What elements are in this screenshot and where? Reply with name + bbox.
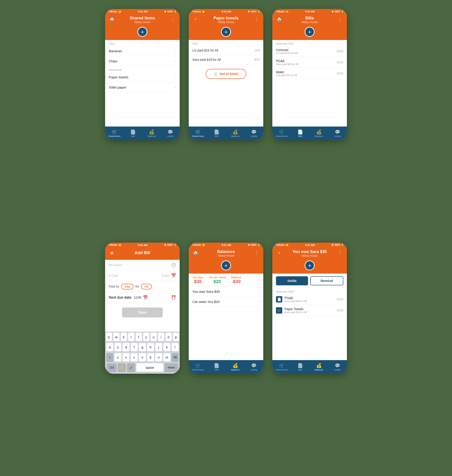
key-space[interactable]: space	[136, 363, 163, 372]
key-y[interactable]: y	[143, 333, 149, 341]
pge-detail-item[interactable]: 📄 PG&E Sara paid $60 for All 11/23	[272, 294, 347, 305]
paper-towels-item[interactable]: Paper towels ›	[105, 72, 180, 82]
paid-by-you-pill[interactable]: You	[121, 284, 134, 289]
balance-tab[interactable]: Balance -$30	[231, 276, 241, 284]
cat-owes-item[interactable]: Cat owes You $20 ›	[189, 297, 263, 307]
cost-field[interactable]: $ Cost Today 📅	[105, 271, 180, 281]
nav-bills-2[interactable]: 📄 Bills	[207, 129, 226, 137]
nav-activity-2[interactable]: 💬 Activity	[245, 129, 264, 137]
home-icon-1[interactable]: 🏠	[109, 16, 115, 22]
key-x[interactable]: x	[122, 353, 129, 362]
status-bar-6: T-Mobile 📶 9:41 AM ✱ 100% 🔋	[272, 243, 347, 248]
key-l[interactable]: l	[172, 343, 179, 351]
nav-bills-3[interactable]: 📄 Bills	[291, 129, 310, 137]
home-icon-3[interactable]: 🏠	[276, 16, 282, 22]
due-date-field[interactable]: Next due date: 12/30 📅 ⏰	[105, 292, 180, 303]
nav-activity-3[interactable]: 💬 Activity	[328, 129, 347, 137]
nav-balances-6[interactable]: 💰 Balances	[310, 363, 328, 371]
key-k[interactable]: k	[163, 343, 170, 351]
key-e[interactable]: e	[121, 333, 127, 341]
you-are-owed-tab[interactable]: You are Owed $20	[209, 276, 226, 284]
add-button-3[interactable]: +	[305, 27, 315, 37]
nav-activity-6[interactable]: 💬 Activity	[328, 363, 347, 371]
nav-shared-items-2[interactable]: 🛒 Shared Items	[189, 129, 207, 137]
toilet-paper-item[interactable]: Toilet paper ›	[105, 82, 180, 93]
bill-name-field[interactable]: Bill Name 🕐	[105, 260, 180, 271]
nav-balances-2[interactable]: 💰 Balances	[226, 129, 245, 137]
key-s[interactable]: s	[114, 343, 121, 351]
nav-balances-1[interactable]: 💰 Balances	[142, 129, 161, 137]
save-button[interactable]: Save	[122, 307, 163, 317]
remind-button[interactable]: Remind	[310, 276, 343, 285]
nav-activity-5[interactable]: 💬 Activity	[245, 363, 264, 371]
more-icon-6[interactable]: ⋮	[337, 249, 343, 255]
key-u[interactable]: u	[151, 333, 157, 341]
key-d[interactable]: d	[122, 343, 129, 351]
nav-activity-1[interactable]: 💬 Activity	[161, 129, 180, 137]
key-c[interactable]: c	[131, 353, 138, 362]
close-icon-4[interactable]: ✕	[109, 250, 115, 256]
history-icon: 🕐	[171, 263, 176, 267]
more-icon-2[interactable]: ⋮	[253, 16, 260, 22]
nav-shared-items-1[interactable]: 🛒 Shared Items	[105, 129, 124, 137]
key-t[interactable]: t	[136, 333, 142, 341]
key-m[interactable]: m	[163, 353, 170, 362]
you-owe-sara-item[interactable]: You owe Sara $30 ›	[189, 287, 263, 297]
key-q[interactable]: q	[106, 333, 112, 341]
add-button-1[interactable]: +	[137, 27, 147, 37]
battery-icon-3: 🔋	[341, 10, 344, 13]
nav-cart-icon-3: 🛒	[279, 129, 285, 135]
key-p[interactable]: p	[173, 333, 179, 341]
key-a[interactable]: a	[106, 343, 113, 351]
nav-shared-items-6[interactable]: 🛒 Shared Items	[272, 363, 291, 371]
nav-bills-6[interactable]: 📄 Bills	[291, 363, 310, 371]
key-o[interactable]: o	[166, 333, 172, 341]
bananas-item[interactable]: Bananas ›	[105, 46, 180, 56]
more-icon-5[interactable]: ⋮	[253, 249, 260, 255]
key-w[interactable]: w	[113, 333, 120, 341]
settle-button[interactable]: Settle	[276, 276, 308, 285]
key-123[interactable]: 123	[107, 363, 117, 372]
more-icon-3[interactable]: ⋮	[337, 16, 343, 22]
you-owe-tab[interactable]: You Owe $30	[192, 276, 203, 284]
key-mic[interactable]: 🎤	[127, 363, 135, 372]
nav-shared-items-3[interactable]: 🛒 Shared Items	[272, 129, 291, 137]
key-r[interactable]: r	[128, 333, 134, 341]
nav-bills-icon-6: 📄	[297, 363, 303, 368]
paper-towels-detail-item[interactable]: 🛒 Paper Towels Sara paid $19 for All 11/…	[272, 305, 347, 316]
key-b[interactable]: b	[147, 353, 154, 362]
out-of-stock-button[interactable]: 🛒 Out of Stock	[206, 69, 246, 79]
water-item[interactable]: Water Cat paid $75 for All 11/22	[272, 68, 347, 79]
nav-bills-5[interactable]: 📄 Bills	[207, 363, 226, 371]
key-j[interactable]: j	[155, 343, 162, 351]
home-icon-5[interactable]: 🏠	[192, 249, 199, 255]
nav-balances-3[interactable]: 💰 Balances	[310, 129, 328, 137]
key-return[interactable]: return	[165, 363, 178, 372]
pge-item[interactable]: PG&E Sara paid $60 for All 11/23	[272, 57, 347, 68]
comcast-item[interactable]: Comcast Liz paid $130 for All 11/25	[272, 46, 347, 57]
add-button-2[interactable]: +	[221, 27, 231, 37]
nav-bills-1[interactable]: 📄 Bills	[124, 129, 143, 137]
key-h[interactable]: h	[147, 343, 154, 351]
more-icon-1[interactable]: ⋮	[170, 16, 176, 22]
key-g[interactable]: g	[139, 343, 146, 351]
nav-balances-5[interactable]: 💰 Balances	[226, 363, 245, 371]
nav-balances-icon-3: 💰	[316, 129, 322, 135]
nav-shared-items-5[interactable]: 🛒 Shared Items	[189, 363, 207, 371]
key-delete[interactable]: ⌫	[172, 353, 179, 362]
back-icon-6[interactable]: ‹	[276, 249, 282, 255]
for-all-pill[interactable]: All	[141, 284, 152, 289]
chips-item[interactable]: Chips ›	[105, 56, 180, 66]
key-z[interactable]: z	[114, 353, 121, 362]
key-n[interactable]: n	[155, 353, 162, 362]
back-icon-2[interactable]: ‹	[192, 16, 199, 21]
key-emoji[interactable]: 🙂	[118, 363, 126, 372]
key-i[interactable]: i	[158, 333, 164, 341]
nav-bills-icon-2: 📄	[214, 129, 219, 135]
key-v[interactable]: v	[139, 353, 146, 362]
key-shift[interactable]: ⇧	[106, 353, 113, 362]
add-button-5[interactable]: +	[221, 260, 231, 271]
chips-chevron: ›	[175, 59, 176, 63]
key-f[interactable]: f	[131, 343, 138, 351]
add-button-6[interactable]: +	[305, 260, 315, 271]
